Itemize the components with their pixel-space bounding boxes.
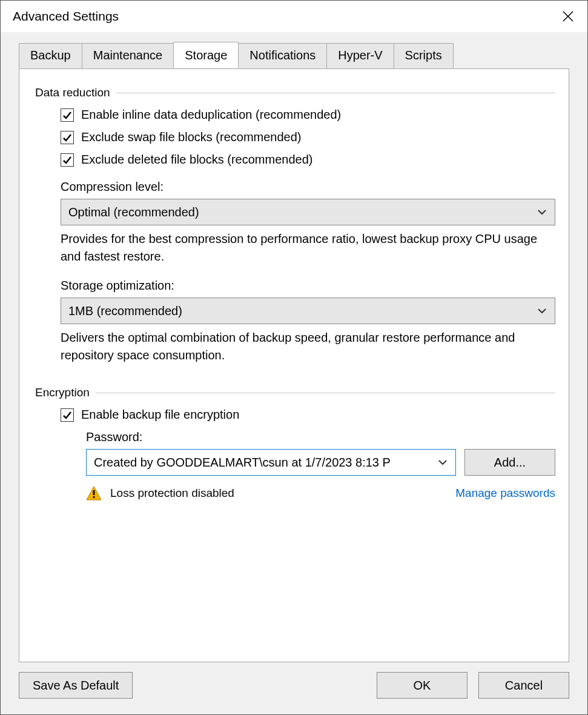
data-reduction-header: Data reduction (35, 86, 555, 99)
password-value: Created by GOODDEALMART\csun at 1/7/2023… (94, 456, 391, 470)
encryption-heading: Encryption (35, 386, 90, 399)
titlebar: Advanced Settings (1, 1, 587, 32)
encryption-body: Enable backup file encryption Password: … (61, 408, 555, 501)
add-password-button[interactable]: Add... (464, 449, 555, 476)
storage-opt-help: Delivers the optimal combination of back… (61, 329, 555, 364)
check-icon (62, 133, 72, 142)
manage-passwords-link[interactable]: Manage passwords (455, 487, 555, 500)
window-title: Advanced Settings (13, 9, 119, 24)
encrypt-checkbox[interactable] (61, 408, 74, 422)
divider (116, 93, 555, 93)
deleted-checkbox[interactable] (61, 153, 74, 167)
compression-value: Optimal (recommended) (68, 205, 199, 219)
ok-button[interactable]: OK (377, 672, 467, 699)
svg-rect-4 (93, 496, 95, 498)
password-select[interactable]: Created by GOODDEALMART\csun at 1/7/2023… (86, 449, 456, 476)
storage-opt-label: Storage optimization: (61, 279, 555, 293)
chevron-down-icon (537, 207, 547, 218)
storage-opt-value: 1MB (recommended) (68, 304, 182, 318)
encrypt-label: Enable backup file encryption (81, 408, 239, 422)
save-default-button[interactable]: Save As Default (19, 672, 133, 699)
storage-opt-select[interactable]: 1MB (recommended) (61, 298, 555, 324)
advanced-settings-dialog: Advanced Settings Backup Maintenance Sto… (0, 0, 588, 715)
dedup-label: Enable inline data deduplication (recomm… (81, 108, 341, 122)
compression-select[interactable]: Optimal (recommended) (61, 199, 555, 225)
compression-label: Compression level: (61, 180, 555, 194)
password-row: Created by GOODDEALMART\csun at 1/7/2023… (86, 449, 555, 476)
storage-panel: Data reduction Enable inline data dedupl… (19, 68, 569, 662)
dedup-row: Enable inline data deduplication (recomm… (61, 108, 555, 122)
data-reduction-body: Enable inline data deduplication (recomm… (61, 108, 555, 364)
dialog-footer: Save As Default OK Cancel (1, 662, 587, 714)
tab-storage[interactable]: Storage (173, 42, 239, 68)
tab-notifications[interactable]: Notifications (238, 43, 327, 69)
cancel-button[interactable]: Cancel (478, 672, 569, 699)
check-icon (62, 410, 72, 420)
encryption-header: Encryption (35, 386, 555, 399)
tab-hyperv[interactable]: Hyper-V (326, 43, 394, 69)
dedup-checkbox[interactable] (61, 108, 74, 122)
tab-bar: Backup Maintenance Storage Notifications… (19, 43, 569, 69)
deleted-row: Exclude deleted file blocks (recommended… (61, 153, 555, 167)
content-area: Backup Maintenance Storage Notifications… (1, 32, 587, 662)
swap-checkbox[interactable] (61, 131, 74, 144)
compression-help: Provides for the best compression to per… (61, 230, 555, 265)
deleted-label: Exclude deleted file blocks (recommended… (81, 153, 312, 167)
password-label: Password: (86, 430, 555, 444)
tab-backup[interactable]: Backup (19, 43, 82, 69)
warning-text: Loss protection disabled (110, 487, 234, 500)
encrypt-row: Enable backup file encryption (61, 408, 555, 422)
chevron-down-icon (437, 457, 448, 468)
tab-scripts[interactable]: Scripts (394, 43, 454, 69)
warning-row: Loss protection disabled Manage password… (86, 485, 555, 501)
chevron-down-icon (537, 305, 547, 316)
swap-label: Exclude swap file blocks (recommended) (81, 130, 302, 144)
close-button[interactable] (557, 5, 579, 27)
close-icon (562, 10, 574, 22)
password-container: Created by GOODDEALMART\csun at 1/7/2023… (86, 449, 555, 501)
check-icon (62, 155, 72, 165)
check-icon (62, 110, 72, 120)
data-reduction-heading: Data reduction (35, 86, 110, 99)
swap-row: Exclude swap file blocks (recommended) (61, 130, 555, 144)
svg-rect-3 (93, 490, 95, 495)
warning-icon (86, 485, 102, 501)
tab-maintenance[interactable]: Maintenance (82, 43, 174, 69)
divider (96, 393, 555, 393)
